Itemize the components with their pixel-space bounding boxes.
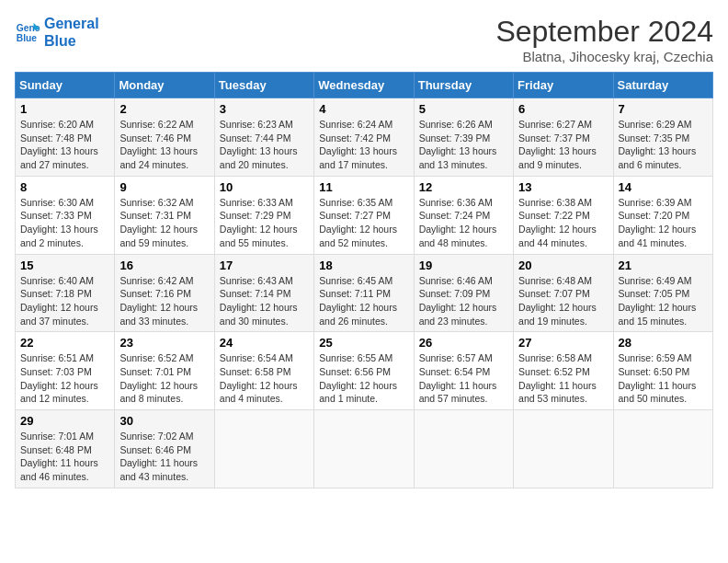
day-number: 19 [419,259,508,272]
calendar-cell: 25Sunrise: 6:55 AMSunset: 6:56 PMDayligh… [314,332,414,410]
day-number: 6 [518,102,608,116]
weekday-header-saturday: Saturday [613,73,712,98]
svg-text:Blue: Blue [17,33,38,43]
calendar-cell: 30Sunrise: 7:02 AMSunset: 6:46 PMDayligh… [115,410,214,488]
calendar-cell: 29Sunrise: 7:01 AMSunset: 6:48 PMDayligh… [16,410,115,488]
logo: General Blue GeneralBlue [15,15,99,50]
day-detail: Sunrise: 6:57 AMSunset: 6:54 PMDaylight:… [419,352,497,404]
calendar-week-3: 15Sunrise: 6:40 AMSunset: 7:18 PMDayligh… [16,254,713,332]
day-detail: Sunrise: 6:23 AMSunset: 7:44 PMDaylight:… [220,119,298,170]
calendar-cell: 17Sunrise: 6:43 AMSunset: 7:14 PMDayligh… [214,254,313,332]
calendar-cell [514,410,613,488]
logo-icon: General Blue [15,19,40,45]
weekday-header-thursday: Thursday [414,73,513,98]
calendar-cell: 2Sunrise: 6:22 AMSunset: 7:46 PMDaylight… [115,98,214,177]
calendar-week-4: 22Sunrise: 6:51 AMSunset: 7:03 PMDayligh… [16,332,713,410]
logo-text: GeneralBlue [44,15,99,50]
calendar-cell: 21Sunrise: 6:49 AMSunset: 7:05 PMDayligh… [613,254,712,332]
calendar-week-1: 1Sunrise: 6:20 AMSunset: 7:48 PMDaylight… [16,98,713,177]
calendar-cell: 4Sunrise: 6:24 AMSunset: 7:42 PMDaylight… [314,98,414,177]
weekday-header-monday: Monday [115,73,214,98]
day-number: 13 [518,180,608,194]
calendar-cell: 3Sunrise: 6:23 AMSunset: 7:44 PMDaylight… [214,98,313,177]
calendar-week-2: 8Sunrise: 6:30 AMSunset: 7:33 PMDaylight… [16,176,713,254]
calendar-cell: 23Sunrise: 6:52 AMSunset: 7:01 PMDayligh… [115,332,214,410]
day-detail: Sunrise: 6:58 AMSunset: 6:52 PMDaylight:… [518,352,597,404]
day-detail: Sunrise: 6:24 AMSunset: 7:42 PMDaylight:… [319,119,397,170]
day-number: 25 [319,336,408,350]
day-number: 2 [119,102,209,116]
calendar-cell: 10Sunrise: 6:33 AMSunset: 7:29 PMDayligh… [214,176,313,254]
day-detail: Sunrise: 6:52 AMSunset: 7:01 PMDaylight:… [119,352,198,404]
day-detail: Sunrise: 6:46 AMSunset: 7:09 PMDaylight:… [419,275,497,327]
calendar-cell [214,410,313,488]
day-number: 12 [419,180,508,194]
day-detail: Sunrise: 7:01 AMSunset: 6:48 PMDaylight:… [20,431,98,482]
day-number: 1 [20,102,109,116]
weekday-header-wednesday: Wednesday [314,73,414,98]
day-number: 14 [619,180,708,194]
calendar-cell: 16Sunrise: 6:42 AMSunset: 7:16 PMDayligh… [115,254,214,332]
day-detail: Sunrise: 6:49 AMSunset: 7:05 PMDaylight:… [619,275,697,327]
day-detail: Sunrise: 6:20 AMSunset: 7:48 PMDaylight:… [20,119,98,170]
calendar-cell: 12Sunrise: 6:36 AMSunset: 7:24 PMDayligh… [414,176,513,254]
day-detail: Sunrise: 6:38 AMSunset: 7:22 PMDaylight:… [518,197,597,248]
day-number: 7 [619,102,708,116]
calendar-cell: 1Sunrise: 6:20 AMSunset: 7:48 PMDaylight… [16,98,115,177]
weekday-header-sunday: Sunday [16,73,115,98]
day-detail: Sunrise: 6:36 AMSunset: 7:24 PMDaylight:… [419,197,497,248]
day-number: 11 [319,180,408,194]
calendar-week-5: 29Sunrise: 7:01 AMSunset: 6:48 PMDayligh… [16,410,713,488]
title-block: September 2024 Blatna, Jihocesky kraj, C… [495,15,713,64]
day-number: 3 [220,102,309,116]
day-number: 23 [119,336,209,350]
calendar-cell: 14Sunrise: 6:39 AMSunset: 7:20 PMDayligh… [613,176,712,254]
weekday-header-row: SundayMondayTuesdayWednesdayThursdayFrid… [16,73,713,98]
day-number: 28 [619,336,708,350]
day-detail: Sunrise: 6:39 AMSunset: 7:20 PMDaylight:… [619,197,697,248]
day-number: 18 [319,259,408,272]
day-detail: Sunrise: 6:40 AMSunset: 7:18 PMDaylight:… [20,275,98,327]
calendar-cell [613,410,712,488]
weekday-header-tuesday: Tuesday [214,73,313,98]
day-number: 21 [619,259,708,272]
day-detail: Sunrise: 6:55 AMSunset: 6:56 PMDaylight:… [319,352,397,404]
day-number: 24 [220,336,309,350]
day-number: 26 [419,336,508,350]
day-detail: Sunrise: 6:22 AMSunset: 7:46 PMDaylight:… [119,119,198,170]
calendar-cell: 22Sunrise: 6:51 AMSunset: 7:03 PMDayligh… [16,332,115,410]
location: Blatna, Jihocesky kraj, Czechia [495,49,713,64]
day-detail: Sunrise: 6:59 AMSunset: 6:50 PMDaylight:… [619,352,697,404]
calendar-cell: 6Sunrise: 6:27 AMSunset: 7:37 PMDaylight… [514,98,613,177]
calendar-cell: 13Sunrise: 6:38 AMSunset: 7:22 PMDayligh… [514,176,613,254]
calendar-cell: 19Sunrise: 6:46 AMSunset: 7:09 PMDayligh… [414,254,513,332]
calendar-cell: 20Sunrise: 6:48 AMSunset: 7:07 PMDayligh… [514,254,613,332]
day-number: 27 [518,336,608,350]
calendar-cell [314,410,414,488]
day-number: 16 [119,259,209,272]
day-number: 5 [419,102,508,116]
day-detail: Sunrise: 6:42 AMSunset: 7:16 PMDaylight:… [119,275,198,327]
day-number: 9 [119,180,209,194]
day-detail: Sunrise: 6:45 AMSunset: 7:11 PMDaylight:… [319,275,397,327]
calendar-cell: 8Sunrise: 6:30 AMSunset: 7:33 PMDaylight… [16,176,115,254]
day-detail: Sunrise: 7:02 AMSunset: 6:46 PMDaylight:… [119,431,198,482]
calendar-cell: 28Sunrise: 6:59 AMSunset: 6:50 PMDayligh… [613,332,712,410]
day-number: 15 [20,259,109,272]
day-number: 29 [20,414,109,428]
day-number: 8 [20,180,109,194]
page-header: General Blue GeneralBlue September 2024 … [15,15,713,64]
day-number: 30 [119,414,209,428]
day-detail: Sunrise: 6:43 AMSunset: 7:14 PMDaylight:… [220,275,298,327]
day-detail: Sunrise: 6:30 AMSunset: 7:33 PMDaylight:… [20,197,98,248]
day-detail: Sunrise: 6:33 AMSunset: 7:29 PMDaylight:… [220,197,298,248]
calendar-cell: 5Sunrise: 6:26 AMSunset: 7:39 PMDaylight… [414,98,513,177]
day-number: 10 [220,180,309,194]
calendar-cell: 24Sunrise: 6:54 AMSunset: 6:58 PMDayligh… [214,332,313,410]
calendar-cell: 15Sunrise: 6:40 AMSunset: 7:18 PMDayligh… [16,254,115,332]
calendar-table: SundayMondayTuesdayWednesdayThursdayFrid… [15,72,713,488]
weekday-header-friday: Friday [514,73,613,98]
month-title: September 2024 [495,15,713,49]
calendar-cell: 27Sunrise: 6:58 AMSunset: 6:52 PMDayligh… [514,332,613,410]
day-detail: Sunrise: 6:29 AMSunset: 7:35 PMDaylight:… [619,119,697,170]
